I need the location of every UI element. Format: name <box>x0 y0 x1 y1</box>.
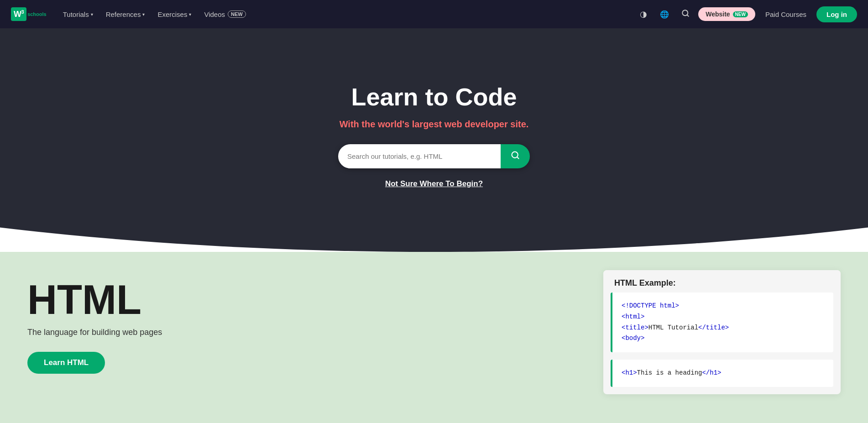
login-button[interactable]: Log in <box>816 6 857 22</box>
tutorials-menu[interactable]: Tutorials ▾ <box>58 7 99 22</box>
references-chevron-icon: ▾ <box>142 12 145 17</box>
hero-section: Learn to Code With the world's largest w… <box>0 28 868 252</box>
html-description: The language for building web pages <box>27 328 162 337</box>
search-submit-button[interactable] <box>501 144 530 168</box>
svg-line-1 <box>687 15 689 16</box>
references-label: References <box>106 10 141 18</box>
logo-w3: W3 <box>14 10 24 19</box>
code-block-1: <!DOCTYPE html> <html> <title>HTML Tutor… <box>611 292 833 352</box>
globe-icon: 🌐 <box>660 10 669 19</box>
html-right: HTML Example: <!DOCTYPE html> <html> <ti… <box>603 270 841 394</box>
code-line-3: <title>HTML Tutorial</title> <box>622 323 824 334</box>
lower-section: HTML The language for building web pages… <box>0 252 868 423</box>
search-bar <box>338 144 530 168</box>
hero-subtitle: With the world's largest web developer s… <box>340 119 529 130</box>
theme-icon: ◑ <box>640 9 647 19</box>
references-menu[interactable]: References ▾ <box>100 7 151 22</box>
website-button[interactable]: Website NEW <box>698 7 755 21</box>
theme-toggle-button[interactable]: ◑ <box>635 6 652 22</box>
code-line-4: <body> <box>622 333 824 344</box>
html-code-card: HTML Example: <!DOCTYPE html> <html> <ti… <box>603 270 841 394</box>
website-label: Website <box>706 10 730 18</box>
navbar: W3 schools Tutorials ▾ References ▾ Exer… <box>0 0 868 28</box>
exercises-chevron-icon: ▾ <box>189 12 191 17</box>
nav-right: ◑ 🌐 Website NEW Paid Courses Log in <box>635 6 857 22</box>
html-left: HTML The language for building web pages… <box>27 270 567 374</box>
code-block-2: <h1>This is a heading</h1> <box>611 360 833 387</box>
nav-items: Tutorials ▾ References ▾ Exercises ▾ Vid… <box>58 7 635 22</box>
search-input[interactable] <box>338 144 501 168</box>
svg-line-3 <box>517 157 519 159</box>
search-submit-icon <box>511 151 520 162</box>
exercises-menu[interactable]: Exercises ▾ <box>152 7 197 22</box>
language-button[interactable]: 🌐 <box>656 6 673 22</box>
videos-label: Videos <box>204 10 225 18</box>
videos-new-badge: NEW <box>228 10 246 18</box>
exercises-label: Exercises <box>157 10 187 18</box>
code-card-header: HTML Example: <box>603 270 841 292</box>
code-line-5: <h1>This is a heading</h1> <box>622 368 824 379</box>
login-label: Log in <box>826 10 847 18</box>
search-icon <box>681 9 690 20</box>
html-section-title: HTML <box>27 279 141 320</box>
search-button[interactable] <box>677 6 694 22</box>
hero-title: Learn to Code <box>351 83 517 111</box>
tutorials-chevron-icon: ▾ <box>91 12 93 17</box>
videos-menu[interactable]: Videos NEW <box>199 7 251 22</box>
paid-courses-button[interactable]: Paid Courses <box>760 7 812 22</box>
learn-html-button[interactable]: Learn HTML <box>27 352 105 374</box>
paid-courses-label: Paid Courses <box>765 10 806 18</box>
tutorials-label: Tutorials <box>63 10 89 18</box>
not-sure-link[interactable]: Not Sure Where To Begin? <box>385 179 483 188</box>
logo: W3 <box>11 7 26 21</box>
website-new-badge: NEW <box>733 11 748 17</box>
code-line-2: <html> <box>622 312 824 323</box>
code-line-1: <!DOCTYPE html> <box>622 301 824 312</box>
logo-schools: schools <box>27 11 47 17</box>
logo-link[interactable]: W3 schools <box>11 7 47 21</box>
